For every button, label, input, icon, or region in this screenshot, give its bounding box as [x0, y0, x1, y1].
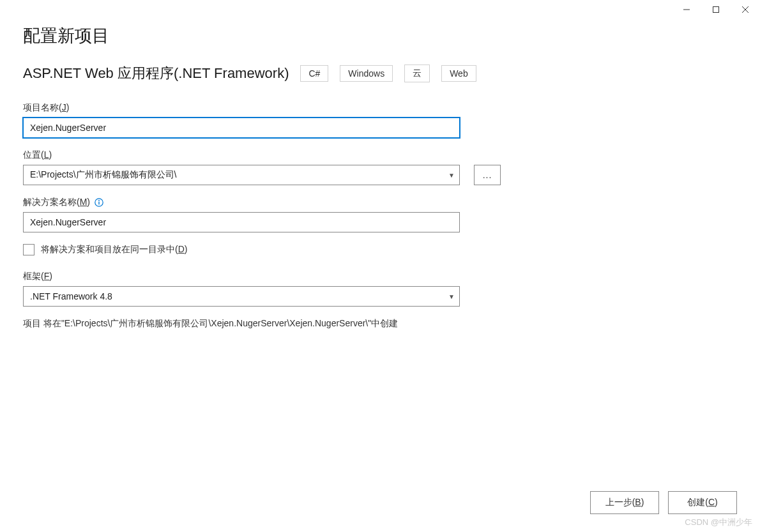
tag-csharp: C# [300, 65, 328, 82]
solution-name-label: 解决方案名称(M) [23, 197, 737, 208]
location-combo[interactable]: ▼ [23, 165, 460, 185]
same-directory-label[interactable]: 将解决方案和项目放在同一目录中(D) [41, 244, 187, 255]
same-directory-row: 将解决方案和项目放在同一目录中(D) [23, 244, 737, 255]
project-name-field: 项目名称(J) [23, 102, 737, 138]
close-button[interactable] [731, 0, 760, 19]
svg-rect-3 [98, 202, 99, 205]
close-icon [742, 6, 749, 13]
location-label: 位置(L) [23, 149, 737, 161]
solution-name-field: 解决方案名称(M) [23, 197, 737, 232]
page-heading: 配置新项目 [23, 24, 737, 47]
maximize-button[interactable] [701, 0, 731, 19]
minimize-button[interactable] [672, 0, 701, 19]
solution-name-input[interactable] [23, 212, 460, 232]
location-input[interactable] [23, 165, 460, 185]
framework-input[interactable] [23, 286, 460, 307]
tag-cloud: 云 [404, 65, 430, 82]
watermark: CSDN @中洲少年 [685, 517, 752, 528]
project-name-label: 项目名称(J) [23, 102, 737, 114]
dialog-footer: 上一步(B) 创建(C) [590, 491, 737, 514]
tag-web: Web [441, 65, 476, 82]
svg-rect-0 [713, 7, 719, 13]
maximize-icon [713, 6, 719, 13]
framework-combo[interactable]: ▼ [23, 286, 460, 307]
template-name: ASP.NET Web 应用程序(.NET Framework) [23, 64, 289, 83]
dialog-content: 配置新项目 ASP.NET Web 应用程序(.NET Framework) C… [0, 0, 760, 330]
info-icon[interactable] [94, 197, 104, 208]
back-button[interactable]: 上一步(B) [590, 491, 659, 514]
location-field: 位置(L) ▼ ... [23, 149, 737, 185]
window-titlebar [672, 0, 760, 19]
svg-point-2 [98, 200, 100, 201]
template-row: ASP.NET Web 应用程序(.NET Framework) C# Wind… [23, 64, 737, 83]
creation-path-info: 项目 将在"E:\Projects\广州市析锦服饰有限公司\Xejen.Nuge… [23, 318, 737, 330]
framework-label: 框架(F) [23, 271, 737, 282]
framework-field: 框架(F) ▼ [23, 271, 737, 307]
tag-windows: Windows [340, 65, 393, 82]
project-name-input[interactable] [23, 118, 460, 138]
minimize-icon [683, 6, 690, 13]
create-button[interactable]: 创建(C) [668, 491, 737, 514]
same-directory-checkbox[interactable] [23, 244, 34, 255]
browse-button[interactable]: ... [474, 165, 501, 185]
